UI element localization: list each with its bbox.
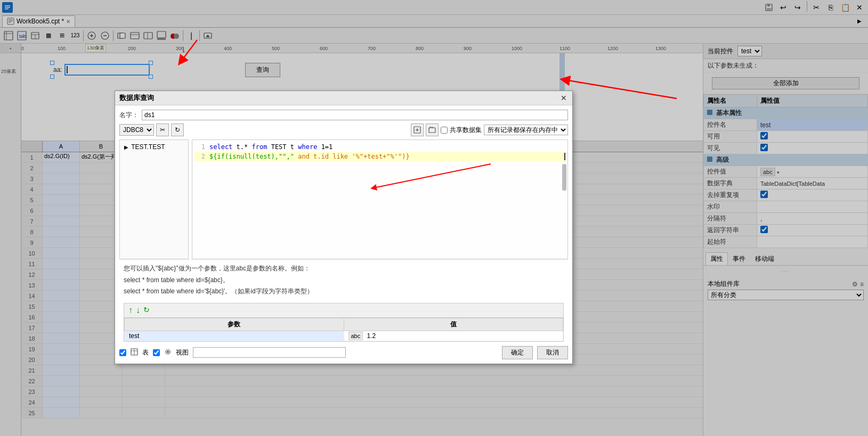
sql-line-1: 1 select t.* from TEST t where 1=1 — [194, 142, 565, 152]
sql-cursor — [564, 153, 565, 160]
sql-test: TEST — [271, 143, 287, 151]
memory-select[interactable]: 所有记录都保存在内存中 — [484, 125, 568, 135]
ok-button[interactable]: 确定 — [502, 346, 533, 359]
param-row-test: test abc 1.2 — [125, 331, 563, 341]
dialog-overlay: 数据库查询 ✕ 名字： JDBC8 ✂ ↻ — [0, 0, 868, 436]
kw-from: from — [252, 143, 267, 151]
jdbc-cut-btn[interactable]: ✂ — [156, 124, 169, 136]
param-down-icon[interactable]: ↓ — [136, 306, 140, 315]
tree-item-icon: ▶ — [124, 144, 128, 150]
param-col-name: 参数 — [125, 318, 344, 331]
dialog-name-input[interactable] — [142, 110, 568, 120]
dialog-close-btn[interactable]: ✕ — [559, 94, 568, 102]
hint-line1: select * from table where id=${abc}。 — [124, 275, 564, 286]
view-icon — [164, 348, 172, 357]
svg-point-46 — [167, 351, 169, 353]
sql-area: ▶ TEST.TEST 1 select t.* from TEST — [119, 139, 568, 259]
dialog-titlebar: 数据库查询 ✕ — [115, 91, 572, 105]
svg-rect-39 — [429, 128, 435, 133]
sql-line2-and: and t.id like '%"+test+"%'")} — [294, 153, 410, 160]
filter-input[interactable] — [193, 347, 346, 358]
param-area: ↑ ↓ ↻ 参数 值 test — [124, 303, 564, 342]
param-refresh-icon[interactable]: ↻ — [143, 306, 150, 315]
sql-line-2: 2 ${if(isnull(test),""," and t.id like '… — [194, 152, 565, 161]
hint-line2: select * from table where id='${abc}'。（如… — [124, 286, 564, 298]
dialog-footer: 表 视图 确定 取消 — [119, 346, 568, 359]
kw-select: select — [209, 143, 232, 151]
open-file-btn[interactable] — [426, 124, 439, 136]
jdbc-row: JDBC8 ✂ ↻ 共享数据集 所有记录都保存在内存中 — [119, 124, 568, 136]
view-label: 视图 — [176, 348, 189, 357]
param-name-test: test — [125, 331, 344, 341]
hint-title: 您可以插入"${abc}"做为一个参数，这里abc是参数的名称。例如： — [124, 263, 564, 275]
tree-panel: ▶ TEST.TEST — [119, 139, 189, 259]
kw-where: where — [298, 143, 317, 151]
sql-scrollbar[interactable] — [562, 164, 566, 191]
param-table: 参数 值 test abc 1.2 — [124, 318, 563, 341]
line-num-2: 2 — [194, 153, 205, 160]
shared-checkbox[interactable] — [441, 127, 448, 134]
dialog-name-label: 名字： — [119, 111, 139, 120]
param-type-icon: abc — [348, 332, 363, 340]
table-icon — [131, 348, 138, 357]
hint-area: 您可以插入"${abc}"做为一个参数，这里abc是参数的名称。例如： sele… — [119, 259, 568, 301]
shared-label: 共享数据集 — [450, 126, 482, 135]
sql-t-star: t.* — [237, 143, 248, 151]
view-checkbox[interactable] — [153, 349, 160, 356]
table-checkbox[interactable] — [119, 349, 126, 356]
param-header: ↑ ↓ ↻ — [124, 303, 563, 318]
new-file-btn[interactable] — [411, 124, 424, 136]
param-up-icon[interactable]: ↑ — [128, 306, 133, 315]
dialog-red-arrow — [342, 156, 501, 259]
cancel-button[interactable]: 取消 — [537, 346, 568, 359]
jdbc-select[interactable]: JDBC8 — [119, 124, 154, 136]
param-icons: ↑ ↓ ↻ — [128, 306, 150, 315]
sql-editor[interactable]: 1 select t.* from TEST t where 1=1 — [192, 139, 568, 259]
svg-line-41 — [374, 164, 491, 188]
param-value-test[interactable]: abc 1.2 — [344, 331, 563, 341]
line-num-1: 1 — [194, 143, 205, 151]
tree-item-test[interactable]: ▶ TEST.TEST — [122, 142, 186, 152]
jdbc-refresh-btn[interactable]: ↻ — [171, 124, 184, 136]
dialog-title: 数据库查询 — [119, 93, 154, 103]
dialog-content: 名字： JDBC8 ✂ ↻ 共享数据集 所有 — [115, 105, 572, 364]
sql-line2-text: ${if(isnull(test),""," — [209, 153, 294, 160]
param-col-value: 值 — [344, 318, 563, 331]
sql-rest: 1=1 — [321, 143, 333, 151]
sql-text-2: ${if(isnull(test),""," and t.id like '%"… — [209, 153, 564, 160]
sql-t: t — [290, 143, 294, 151]
table-label: 表 — [142, 348, 149, 357]
dialog-name-row: 名字： — [119, 110, 568, 120]
db-query-dialog: 数据库查询 ✕ 名字： JDBC8 ✂ ↻ — [115, 91, 573, 364]
sql-text-1: select t.* from TEST t where 1=1 — [209, 143, 565, 151]
